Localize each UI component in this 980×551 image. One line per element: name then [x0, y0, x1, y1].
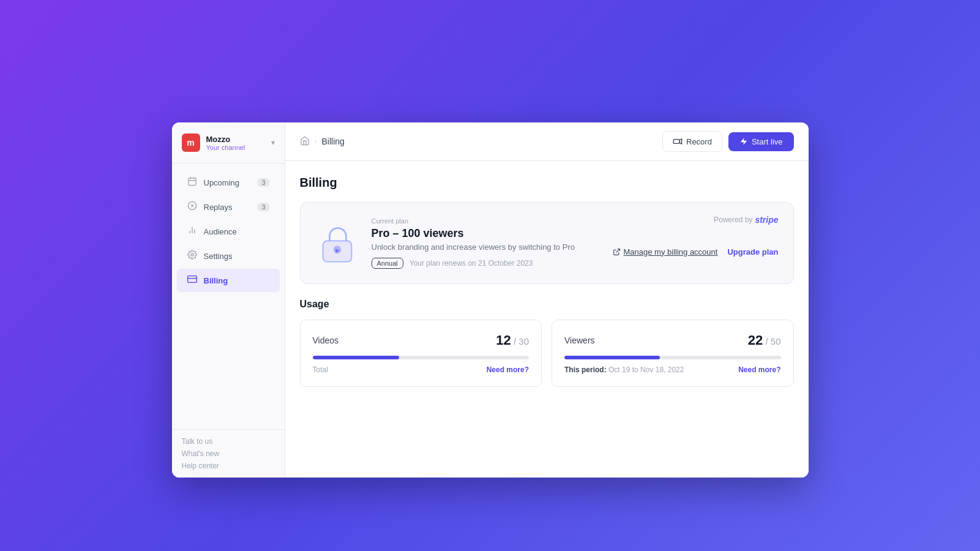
powered-by: Powered by stripe: [714, 215, 779, 225]
sidebar-item-settings-label: Settings: [204, 252, 270, 261]
sidebar-item-replays[interactable]: Replays 3: [177, 195, 280, 219]
videos-progress-fill: [313, 356, 399, 359]
help-center-link[interactable]: Help center: [182, 462, 275, 470]
sidebar-footer: Talk to us What's new Help center: [172, 429, 285, 478]
svg-marker-5: [191, 204, 193, 207]
sidebar-item-settings[interactable]: Settings: [177, 244, 280, 268]
usage-cards: Videos 12 / 30 Total Need more?: [300, 320, 794, 387]
viewers-footer-label: This period: Oct 19 to Nov 18, 2022: [564, 365, 684, 374]
svg-point-9: [191, 253, 193, 256]
viewers-need-more-button[interactable]: Need more?: [738, 365, 780, 374]
viewers-count: 22 / 50: [748, 332, 781, 348]
calendar-icon: [187, 176, 198, 189]
bar-chart-icon: [187, 225, 198, 238]
whats-new-link[interactable]: What's new: [182, 449, 275, 458]
start-live-button[interactable]: Start live: [728, 132, 794, 151]
videos-count: 12 / 30: [496, 332, 529, 348]
sidebar-channel-header[interactable]: m Mozzo Your channel ▾: [172, 122, 285, 163]
renewal-text: Your plan renews on 21 October 2023: [410, 259, 533, 268]
usage-videos-header: Videos 12 / 30: [313, 332, 529, 348]
sidebar-item-upcoming-badge: 3: [257, 178, 269, 187]
sidebar-nav: Upcoming 3 Replays 3 Audience: [172, 163, 285, 429]
channel-name: Mozzo: [206, 135, 265, 144]
svg-marker-13: [679, 139, 681, 144]
viewers-footer: This period: Oct 19 to Nov 18, 2022 Need…: [564, 365, 781, 374]
usage-card-videos: Videos 12 / 30 Total Need more?: [300, 320, 542, 387]
plan-details: Current plan Pro – 100 viewers Unlock br…: [372, 217, 600, 269]
external-link-icon: [613, 248, 621, 256]
content-area: Billing Current plan Pro – 100 viewers U…: [285, 161, 809, 478]
current-plan-label: Current plan: [372, 217, 600, 225]
breadcrumb-separator: ›: [315, 137, 317, 146]
breadcrumb-current: Billing: [322, 137, 345, 146]
viewers-progress-fill: [564, 356, 660, 359]
breadcrumb: › Billing: [300, 136, 345, 148]
usage-title: Usage: [300, 299, 794, 310]
lightning-icon: [739, 137, 748, 146]
home-icon[interactable]: [300, 136, 310, 148]
settings-icon: [187, 250, 198, 262]
videos-label: Videos: [313, 335, 339, 345]
viewers-progress-bg: [564, 356, 781, 359]
manage-billing-button[interactable]: Manage my billing account: [613, 247, 718, 257]
videos-footer: Total Need more?: [313, 365, 529, 374]
plan-icon: [315, 221, 359, 265]
sidebar-logo: m: [182, 133, 200, 152]
topbar-actions: Record Start live: [662, 131, 794, 152]
videos-footer-label: Total: [313, 365, 328, 374]
svg-marker-14: [741, 138, 747, 145]
channel-sub: Your channel: [206, 144, 265, 151]
stripe-logo: stripe: [755, 215, 778, 225]
page-title: Billing: [300, 176, 794, 190]
sidebar-item-upcoming[interactable]: Upcoming 3: [177, 171, 280, 194]
svg-rect-12: [673, 140, 679, 144]
plan-actions: Manage my billing account Upgrade plan: [613, 247, 779, 257]
sidebar-item-replays-label: Replays: [204, 203, 252, 212]
plan-name: Pro – 100 viewers: [372, 227, 600, 240]
sidebar: m Mozzo Your channel ▾ Upcoming 3: [172, 122, 285, 478]
talk-to-us-link[interactable]: Talk to us: [182, 437, 275, 446]
plan-description: Unlock branding and increase viewers by …: [372, 242, 600, 252]
viewers-label: Viewers: [564, 335, 595, 345]
sidebar-item-audience[interactable]: Audience: [177, 220, 280, 243]
credit-card-icon: [187, 274, 198, 287]
svg-rect-10: [187, 276, 196, 283]
sidebar-header-text: Mozzo Your channel: [206, 135, 265, 151]
svg-line-18: [616, 249, 619, 252]
usage-section: Usage Videos 12 / 30: [300, 299, 794, 387]
sidebar-item-replays-badge: 3: [257, 203, 269, 211]
main-content: › Billing Record Start live Billing: [285, 122, 809, 478]
plan-card: Current plan Pro – 100 viewers Unlock br…: [300, 202, 794, 284]
play-circle-icon: [187, 201, 198, 213]
videos-progress-bg: [313, 356, 529, 359]
sidebar-item-billing[interactable]: Billing: [177, 269, 280, 292]
videos-need-more-button[interactable]: Need more?: [487, 365, 529, 374]
chevron-down-icon: ▾: [271, 138, 275, 147]
topbar: › Billing Record Start live: [285, 122, 809, 161]
record-button[interactable]: Record: [662, 131, 722, 152]
annual-badge: Annual: [372, 258, 403, 269]
usage-card-viewers: Viewers 22 / 50 This period:: [552, 320, 794, 387]
sidebar-item-billing-label: Billing: [204, 276, 270, 285]
app-window: m Mozzo Your channel ▾ Upcoming 3: [172, 122, 809, 478]
sidebar-item-audience-label: Audience: [204, 227, 270, 236]
plan-renewal: Annual Your plan renews on 21 October 20…: [372, 258, 600, 269]
svg-rect-0: [189, 178, 196, 186]
upgrade-plan-button[interactable]: Upgrade plan: [727, 247, 778, 257]
record-icon: [673, 137, 683, 146]
usage-viewers-header: Viewers 22 / 50: [564, 332, 781, 348]
sidebar-item-upcoming-label: Upcoming: [204, 178, 252, 187]
